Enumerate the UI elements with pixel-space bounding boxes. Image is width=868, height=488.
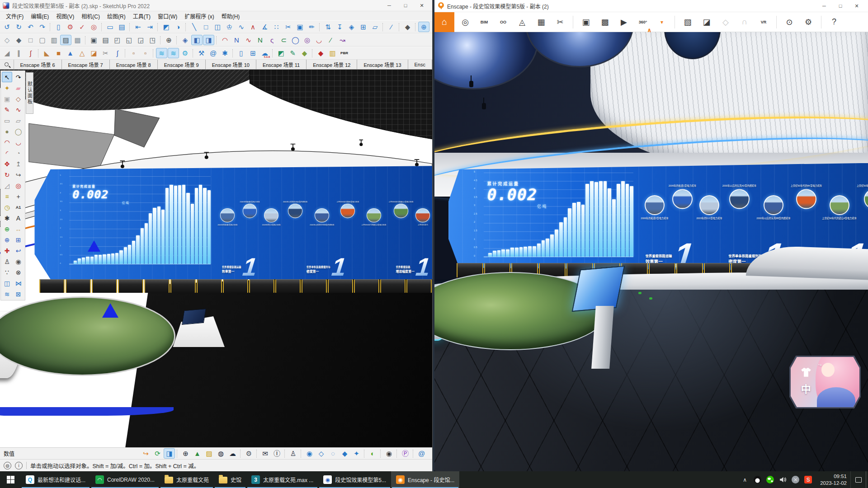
- menu-item[interactable]: 相机(C): [78, 12, 103, 20]
- make-component-tool-icon[interactable]: ▣: [2, 94, 12, 104]
- vr-headset-icon[interactable]: VR: [755, 14, 772, 30]
- asset-library-icon[interactable]: ▦: [533, 14, 549, 30]
- tape-measure-tool-icon[interactable]: ≡: [2, 191, 12, 202]
- mirror-tool-icon[interactable]: ◫: [212, 22, 223, 32]
- scene-tab[interactable]: Enscape 场景 11: [256, 60, 307, 69]
- rectangle-tool-icon[interactable]: ▭: [2, 115, 12, 126]
- monochrome-style-icon[interactable]: ▩: [72, 35, 83, 45]
- slash-curve-icon[interactable]: ∕: [325, 35, 336, 45]
- hide-similar-icon[interactable]: ▤: [100, 35, 111, 45]
- minimize-button[interactable]: ─: [816, 1, 832, 11]
- device-preview-icon[interactable]: ▯: [53, 22, 64, 32]
- link-circle-icon[interactable]: @: [208, 48, 219, 58]
- screenshot-export-icon[interactable]: ▣: [578, 14, 594, 30]
- mallet-tool-icon[interactable]: ▲: [65, 48, 76, 58]
- cut-tool-icon[interactable]: ✂: [283, 22, 294, 32]
- style-half-icon[interactable]: ◑: [172, 22, 184, 32]
- fly-mode-icon[interactable]: ∩: [736, 14, 753, 30]
- xray-style-icon[interactable]: ◇: [1, 35, 13, 45]
- grid-tool-icon[interactable]: ⊞: [358, 22, 369, 32]
- snow-circle-icon[interactable]: ✱: [219, 48, 231, 58]
- push-pull-tool-icon[interactable]: ↥: [13, 159, 24, 169]
- paint-bucket-tool-icon[interactable]: ✦: [2, 83, 12, 93]
- sketchup-titlebar[interactable]: 段史馆效果模型第5版 - 副本 (2).skp - SketchUp Pro 2…: [0, 0, 432, 11]
- person-icon[interactable]: ♙: [288, 448, 299, 459]
- menu-item[interactable]: 工具(T): [130, 12, 154, 20]
- spiral-curve-icon[interactable]: ◎: [302, 35, 313, 45]
- zoom-tool-icon[interactable]: ⊕: [2, 235, 12, 245]
- dot-circle-icon[interactable]: ◉: [383, 448, 395, 459]
- open-file-icon[interactable]: ▭: [104, 22, 116, 32]
- move-tool-icon[interactable]: ✥: [2, 159, 12, 169]
- layers-back-icon[interactable]: ≋: [168, 48, 179, 58]
- wireframe-style-icon[interactable]: □: [25, 35, 36, 45]
- offset-tool-icon[interactable]: ◎: [13, 180, 24, 191]
- chisel-tool-icon[interactable]: ◣: [41, 48, 52, 58]
- outfit-icon[interactable]: [800, 367, 812, 378]
- line-tool-icon[interactable]: ✎: [2, 104, 12, 115]
- scene-tab[interactable]: Enscape 场景 12: [307, 60, 357, 69]
- eraser-tool-icon[interactable]: ▰: [13, 83, 24, 93]
- updown-tool-icon[interactable]: ⇅: [322, 22, 334, 32]
- back-edges-style-icon[interactable]: ◆: [13, 35, 24, 45]
- orbit-arrow-tool-icon[interactable]: ↷: [13, 72, 24, 82]
- solid-union-icon[interactable]: ◳: [147, 35, 158, 45]
- curve-graph-icon[interactable]: ∿: [236, 22, 247, 32]
- pantone-swatch-icon[interactable]: ▥: [327, 48, 338, 58]
- three-point-arc-tool-icon[interactable]: ◜: [2, 148, 12, 158]
- select-tool-icon[interactable]: ↖: [2, 72, 12, 82]
- dots-grid-icon[interactable]: ∷: [271, 22, 282, 32]
- binoculars-icon[interactable]: OO: [495, 14, 511, 30]
- menu-item[interactable]: 视图(V): [53, 12, 77, 20]
- sogou-ime-overlay[interactable]: ’° 中: [789, 356, 861, 408]
- map-icon[interactable]: ▧: [679, 14, 696, 30]
- ime-mode-chinese[interactable]: 中: [801, 381, 811, 395]
- undo-icon[interactable]: ↶: [25, 22, 36, 32]
- import-icon[interactable]: ⇤: [132, 22, 144, 32]
- top-view-icon[interactable]: ◧: [191, 35, 203, 45]
- bim-information-icon[interactable]: BIM: [476, 14, 492, 30]
- shield-clock-icon[interactable]: ◉: [304, 448, 315, 459]
- text-tool-icon[interactable]: A1: [13, 202, 24, 212]
- turn-compass-tool-icon[interactable]: ⊗: [13, 267, 24, 277]
- burst-blue-icon[interactable]: ✦: [351, 448, 362, 459]
- polyline-n-icon[interactable]: N: [255, 35, 266, 45]
- enscape-render-viewport[interactable]: 54.543.532.521.510.50累计完成运量0.002亿吨2006年的…: [434, 32, 868, 471]
- pie-tool-icon[interactable]: ◔: [13, 148, 24, 158]
- axes-compass-icon[interactable]: ⊕: [163, 35, 175, 45]
- p-badge-icon[interactable]: Ⓟ: [400, 448, 411, 459]
- wechat-tray-icon[interactable]: [766, 476, 774, 483]
- box-red-icon[interactable]: ◆: [315, 48, 326, 58]
- tail-curve-icon[interactable]: ↝: [337, 35, 348, 45]
- maximize-button[interactable]: □: [398, 1, 413, 10]
- scene-tab[interactable]: Enscape 场景 7: [62, 60, 110, 69]
- maximize-button[interactable]: □: [833, 1, 848, 11]
- action-center-button[interactable]: [850, 471, 866, 488]
- hidden-line-style-icon[interactable]: ▢: [37, 35, 48, 45]
- arc-segment-icon[interactable]: ◡: [313, 35, 325, 45]
- gears-icon[interactable]: ⚙: [243, 448, 255, 459]
- position-camera-tool-icon[interactable]: ♙: [2, 256, 12, 267]
- close-button[interactable]: ✕: [849, 1, 864, 11]
- rotate-tool-icon[interactable]: ↻: [2, 169, 12, 180]
- gear-blue-icon[interactable]: ⚙: [179, 48, 191, 58]
- toolbar-collapse-chevron-icon[interactable]: ∧: [647, 27, 652, 33]
- iso-view-icon[interactable]: ◈: [179, 35, 191, 45]
- zoom-window-tool-icon[interactable]: ⊞: [13, 235, 24, 245]
- bezier-curve-icon[interactable]: ◠: [219, 35, 231, 45]
- dimension-tool-icon[interactable]: +: [13, 191, 24, 202]
- lock-group-icon[interactable]: ◱: [123, 35, 135, 45]
- scene-tab[interactable]: Enscape 场景 9: [158, 60, 206, 69]
- taskbar-item-enscape[interactable]: ◉Enscape - 段史馆...: [391, 471, 459, 488]
- color-wheel-icon[interactable]: ⚙: [65, 22, 76, 32]
- polygon-tool-icon[interactable]: ◯: [13, 126, 24, 136]
- export-more-icon[interactable]: ▾: [654, 14, 670, 30]
- taskbar-clock[interactable]: 09:51 2023-12-02: [816, 471, 850, 488]
- swirl-blue-icon[interactable]: @: [416, 448, 427, 459]
- scene-tab[interactable]: Ensc: [408, 60, 432, 69]
- default-panel-tab[interactable]: 默认面板: [26, 72, 33, 114]
- panel-toggle-icon[interactable]: ◨: [164, 448, 175, 459]
- section-boundary-tool-icon[interactable]: ⋈: [13, 278, 24, 288]
- taskbar-item-3dsmax[interactable]: 3太原重载文苑.max ...: [246, 471, 318, 488]
- measurement-input[interactable]: [17, 450, 136, 458]
